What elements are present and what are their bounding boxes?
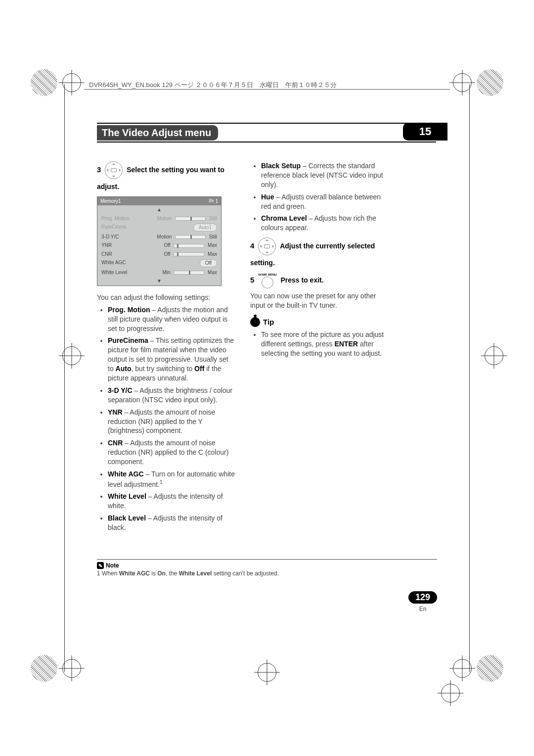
hatched-circle-icon (31, 69, 57, 96)
crosshair-icon (62, 346, 81, 365)
tip-item: To see more of the picture as you adjust… (261, 330, 389, 358)
column-left: 3 Select the setting you want to adjust.… (97, 158, 235, 537)
printmark-br (453, 655, 503, 682)
note-icon: ✎ (97, 562, 104, 569)
setting-item: 3-D Y/C – Adjusts the brightness / colou… (108, 386, 235, 405)
step-text-cont: adjust. (97, 183, 119, 190)
scroll-up-icon: ▲ (97, 205, 221, 214)
tip-icon (250, 317, 260, 327)
home-menu-button-icon (262, 277, 273, 288)
title-bar: The Video Adjust menu (97, 123, 436, 141)
setting-item: Hue – Adjusts overall balance between re… (261, 192, 389, 211)
crosshair-icon (441, 684, 460, 703)
page: DVR645H_WY_EN.book 129 ページ ２００６年７月５日 水曜日… (0, 0, 534, 756)
printmark-mr (485, 346, 503, 365)
page-number: 129 (408, 591, 437, 604)
crosshair-icon (258, 663, 276, 682)
menu-screenshot: Memory1 Pr 1 ▲ Prog. MotionMotion StillP… (97, 196, 222, 286)
hatched-circle-icon (477, 655, 503, 682)
printmark-tr (453, 69, 503, 96)
page-lang: En (408, 606, 437, 613)
enter-direction-icon (105, 161, 123, 179)
setting-item: Black Level – Adjusts the intensity of b… (108, 514, 235, 532)
enter-direction-icon (258, 237, 276, 255)
hatched-circle-icon (31, 655, 57, 682)
crosshair-icon (62, 659, 81, 678)
guide-line (64, 84, 65, 672)
header-rule (84, 89, 450, 90)
menu-row: YNROff Max (97, 241, 221, 250)
setting-item: White Level – Adjusts the intensity of w… (108, 492, 235, 511)
step-number: 5 (250, 276, 254, 284)
setting-item: Chroma Level – Adjusts how rich the colo… (261, 214, 389, 233)
hatched-circle-icon (477, 69, 503, 96)
menu-row: White AGCOff (97, 258, 221, 268)
printmark-bl (31, 655, 81, 682)
intro-text: You can adjust the following settings: (97, 293, 235, 302)
crosshair-icon (485, 346, 503, 365)
column-right: Black Setup – Corrects the standard refe… (250, 158, 389, 363)
after-step5-text: You can now use the preset for any other… (250, 291, 389, 310)
step-number: 3 (97, 165, 101, 174)
guide-line (469, 84, 470, 672)
header-info: DVR645H_WY_EN.book 129 ページ ２００６年７月５日 水曜日… (89, 81, 337, 90)
step-text: Press to exit. (280, 276, 323, 284)
setting-item: Black Setup – Corrects the standard refe… (261, 161, 389, 189)
menu-row: 3-D Y/CMotion Still (97, 233, 221, 241)
printmark-bc (258, 663, 276, 682)
step-text: Select the setting you want to (127, 166, 224, 174)
setting-list-left: Prog. Motion – Adjusts the motion and st… (97, 305, 235, 532)
menu-row: PureCinmaAuto1 (97, 223, 221, 233)
step-text: Adjust the currently selected (280, 242, 375, 250)
note-separator (97, 559, 437, 560)
step-text-cont: setting. (250, 259, 275, 267)
tip-list: To see more of the picture as you adjust… (250, 330, 389, 358)
crosshair-icon (62, 73, 81, 92)
scroll-down-icon: ▼ (97, 277, 221, 285)
page-number-badge: 129 En (408, 591, 437, 613)
note-title: Note (106, 562, 119, 569)
title-text: The Video Adjust menu (97, 125, 218, 141)
step-3: 3 Select the setting you want to (97, 161, 235, 179)
setting-item: CNR – Adjusts the amount of noise reduct… (108, 438, 235, 467)
chapter-number: 15 (403, 123, 447, 141)
setting-item: YNR – Adjusts the amount of noise reduct… (108, 408, 235, 436)
menu-row: Prog. MotionMotion Still (97, 214, 221, 223)
printmark-tl (31, 69, 81, 96)
step-5: 5 HOME MENU Press to exit. (250, 273, 389, 288)
menu-row: White LevelMin Max (97, 268, 221, 277)
menu-badge: Pr 1 (209, 198, 218, 205)
printmark-ml (31, 346, 81, 365)
tip-heading: Tip (250, 317, 389, 327)
step-4: 4 Adjust the currently selected (250, 237, 389, 255)
button-label: HOME MENU (258, 273, 276, 277)
setting-item: PureCinema – This setting optimizes the … (108, 336, 235, 382)
menu-title: Memory1 (100, 198, 121, 205)
note-heading: ✎ Note (97, 562, 119, 569)
step-number: 4 (250, 241, 254, 250)
setting-item: Prog. Motion – Adjusts the motion and st… (108, 305, 235, 333)
tip-title: Tip (263, 317, 274, 327)
menu-row: CNROff Max (97, 250, 221, 259)
setting-item: White AGC – Turn on for automatic white … (108, 470, 235, 489)
printmark-br2 (441, 684, 460, 703)
note-text: 1 When White AGC is On, the White Level … (97, 570, 279, 577)
setting-list-right: Black Setup – Corrects the standard refe… (250, 161, 389, 233)
